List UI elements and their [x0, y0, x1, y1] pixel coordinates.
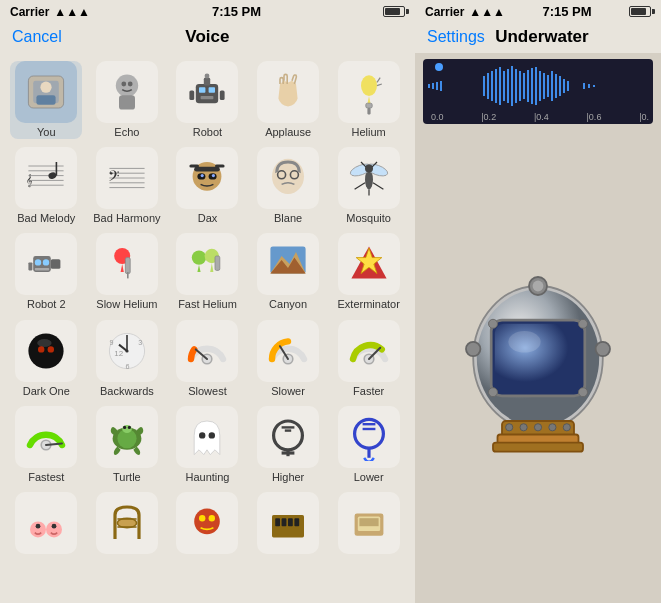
voice-item-you[interactable]: You: [10, 61, 82, 139]
higher-icon: [257, 406, 319, 468]
svg-rect-135: [499, 67, 501, 105]
voice-item-exterminator[interactable]: Exterminator: [333, 233, 405, 311]
voice-item-lower[interactable]: Lower: [333, 406, 405, 484]
voice-item-dax[interactable]: Dax: [171, 147, 243, 225]
voice-item-echo[interactable]: Echo: [91, 61, 163, 139]
extra3-icon: [176, 492, 238, 554]
voice-item-turtle[interactable]: Turtle: [91, 406, 163, 484]
svg-point-162: [489, 387, 498, 396]
svg-point-7: [128, 82, 133, 87]
svg-point-170: [466, 341, 480, 355]
svg-point-160: [489, 319, 498, 328]
you-icon: [15, 61, 77, 123]
svg-point-169: [533, 280, 544, 291]
voice-item-fastest[interactable]: Fastest: [10, 406, 82, 484]
svg-rect-3: [37, 95, 56, 105]
fastest-icon: [15, 406, 77, 468]
voice-item-mosquito[interactable]: Mosquito: [333, 147, 405, 225]
svg-rect-154: [588, 84, 590, 88]
voice-item-canyon[interactable]: Canyon: [252, 233, 324, 311]
svg-rect-133: [491, 71, 493, 101]
mosquito-label: Mosquito: [346, 212, 391, 225]
svg-text:𝄞: 𝄞: [26, 175, 33, 189]
voice-item-extra2[interactable]: [91, 492, 163, 557]
fast-helium-label: Fast Helium: [178, 298, 237, 311]
voice-item-extra5[interactable]: [333, 492, 405, 557]
voice-item-haunting[interactable]: Haunting: [171, 406, 243, 484]
voice-item-helium[interactable]: Helium: [333, 61, 405, 139]
left-status-bar: Carrier ▲▲▲ 7:15 PM: [0, 0, 415, 23]
svg-point-74: [37, 339, 51, 347]
playhead[interactable]: [435, 63, 443, 71]
voice-item-extra3[interactable]: [171, 492, 243, 557]
carrier-text: Carrier: [10, 5, 49, 19]
voice-item-bad-harmony[interactable]: 𝄢 Bad Harmony: [91, 147, 163, 225]
svg-rect-155: [593, 85, 595, 87]
right-nav-bar: Settings Underwater: [415, 23, 661, 53]
svg-rect-132: [487, 73, 489, 99]
voice-item-dark-one[interactable]: Dark One: [10, 320, 82, 398]
voice-item-slower[interactable]: Slower: [252, 320, 324, 398]
svg-point-173: [520, 423, 527, 430]
svg-point-164: [508, 331, 540, 353]
svg-rect-130: [440, 81, 442, 91]
slowest-icon: [176, 320, 238, 382]
voice-item-robot2[interactable]: Robot 2: [10, 233, 82, 311]
applause-icon: [257, 61, 319, 123]
svg-text:3: 3: [138, 337, 142, 346]
settings-button[interactable]: Settings: [427, 28, 485, 46]
svg-point-4: [116, 74, 138, 96]
waveform-container[interactable]: 0.0 |0.2 |0.4 |0.6 |0.: [423, 59, 653, 124]
svg-point-13: [205, 74, 210, 79]
svg-rect-138: [511, 66, 513, 106]
voice-item-extra1[interactable]: [10, 492, 82, 557]
svg-rect-121: [282, 518, 287, 526]
status-right: [383, 6, 405, 17]
svg-point-172: [506, 423, 513, 430]
voice-item-slow-helium[interactable]: Slow Helium: [91, 233, 163, 311]
svg-text:𝄢: 𝄢: [108, 169, 120, 189]
svg-point-42: [212, 174, 215, 177]
voice-item-slowest[interactable]: Slowest: [171, 320, 243, 398]
voice-item-backwards[interactable]: 12 9 3 6 Backwards: [91, 320, 163, 398]
fastest-label: Fastest: [28, 471, 64, 484]
timeline-0: 0.0: [431, 112, 444, 122]
svg-rect-10: [209, 87, 215, 93]
svg-point-75: [38, 346, 44, 352]
you-label: You: [37, 126, 56, 139]
diver-helmet-svg: [448, 267, 628, 467]
svg-point-98: [199, 432, 205, 438]
cancel-button[interactable]: Cancel: [12, 28, 62, 46]
voice-row-4: Dark One 12 9 3 6 Backwards: [0, 316, 415, 402]
svg-rect-9: [199, 87, 205, 93]
helium-label: Helium: [352, 126, 386, 139]
voice-item-bad-melody[interactable]: 𝄞 Bad Melody: [10, 147, 82, 225]
svg-point-163: [579, 387, 588, 396]
svg-rect-131: [483, 76, 485, 96]
voice-item-fast-helium[interactable]: Fast Helium: [171, 233, 243, 311]
svg-point-96: [123, 426, 126, 429]
voice-row-6: [0, 488, 415, 561]
svg-point-111: [36, 524, 41, 529]
voice-item-faster[interactable]: Faster: [333, 320, 405, 398]
svg-rect-11: [201, 96, 214, 99]
voice-item-blane[interactable]: Blane: [252, 147, 324, 225]
robot-label: Robot: [193, 126, 222, 139]
svg-rect-18: [367, 108, 370, 114]
svg-point-174: [534, 423, 541, 430]
voice-title: Voice: [185, 27, 229, 47]
voice-item-robot[interactable]: Robot: [171, 61, 243, 139]
svg-rect-120: [275, 518, 280, 526]
battery-fill: [385, 8, 400, 15]
timeline-02: |0.2: [481, 112, 496, 122]
right-battery-fill: [631, 8, 646, 15]
faster-icon: [338, 320, 400, 382]
voice-item-extra4[interactable]: [252, 492, 324, 557]
timeline-end: |0.: [639, 112, 649, 122]
svg-point-41: [201, 174, 204, 177]
voice-item-applause[interactable]: Applause: [252, 61, 324, 139]
right-status-time: 7:15 PM: [542, 4, 591, 19]
helium-icon: [338, 61, 400, 123]
svg-line-20: [377, 84, 382, 86]
voice-item-higher[interactable]: Higher: [252, 406, 324, 484]
